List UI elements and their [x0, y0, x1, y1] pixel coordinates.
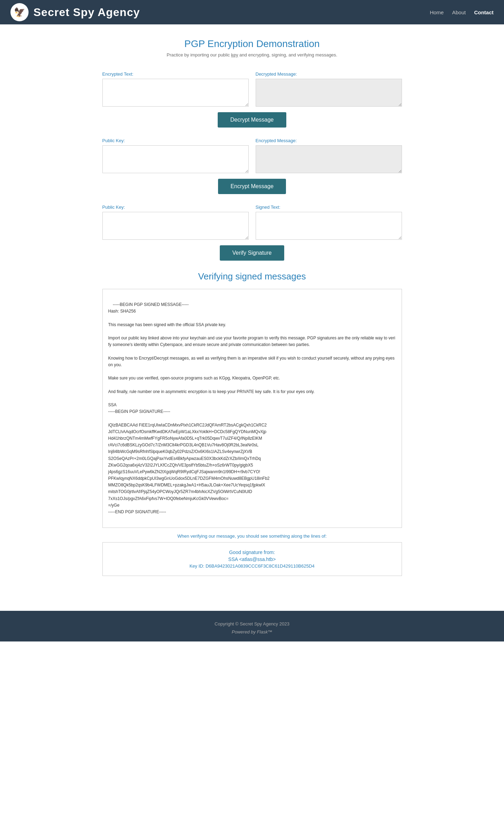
- signed-text-col: Signed Text:: [256, 205, 402, 240]
- verify-hint: When verifying our message, you should s…: [102, 533, 402, 539]
- footer: Copyright © Secret Spy Agency 2023 Power…: [0, 611, 504, 641]
- public-key-col: Public Key:: [102, 138, 249, 173]
- encrypted-text-input[interactable]: [102, 79, 249, 107]
- decrypt-button[interactable]: Decrypt Message: [218, 112, 286, 128]
- main-content: PGP Encryption Demonstration Practice by…: [95, 24, 409, 611]
- encrypted-text-label: Encrypted Text:: [102, 71, 249, 77]
- verify-result-box: Good signature from: SSA <atlas@ssa.htb>…: [102, 542, 402, 576]
- verify-signed-title: Verifying signed messages: [102, 271, 402, 282]
- encrypted-message-col: Encrypted Message:: [256, 138, 402, 173]
- public-key-input[interactable]: [102, 145, 249, 173]
- navbar-logo: 🦅: [10, 3, 29, 21]
- verify-result-line3: Key ID: D6BA9423021A0839CCC6F3C8C61D4291…: [110, 563, 395, 569]
- subtitle-key-link[interactable]: key: [231, 52, 238, 57]
- logo-icon: 🦅: [14, 7, 25, 18]
- decrypted-message-col: Decrypted Message:: [256, 71, 402, 107]
- nav-home[interactable]: Home: [430, 9, 444, 15]
- verify-row: Public Key: Signed Text:: [102, 205, 402, 240]
- signed-text-input[interactable]: [256, 212, 402, 240]
- nav-about[interactable]: About: [452, 9, 466, 15]
- public-key-label: Public Key:: [102, 138, 249, 143]
- navbar-brand: 🦅 Secret Spy Agency: [10, 3, 430, 21]
- verify-public-key-col: Public Key:: [102, 205, 249, 240]
- footer-copyright: Copyright © Secret Spy Agency 2023: [7, 621, 497, 626]
- encrypt-button[interactable]: Encrypt Message: [218, 179, 286, 194]
- verify-button[interactable]: Verify Signature: [220, 245, 284, 261]
- encrypted-text-col: Encrypted Text:: [102, 71, 249, 107]
- verify-public-key-label: Public Key:: [102, 205, 249, 210]
- verify-result-line1: Good signature from:: [110, 549, 395, 555]
- decrypted-message-label: Decrypted Message:: [256, 71, 402, 77]
- navbar-links: Home About Contact: [430, 9, 494, 15]
- subtitle-suffix: and encrypting, signing, and verifying m…: [239, 52, 337, 57]
- signed-text-label: Signed Text:: [256, 205, 402, 210]
- decrypted-message-output: [256, 79, 402, 107]
- navbar-title: Secret Spy Agency: [33, 6, 140, 19]
- verify-sig-section: Public Key: Signed Text: Verify Signatur…: [102, 205, 402, 261]
- encrypted-message-output: [256, 145, 402, 173]
- encrypt-btn-center: Encrypt Message: [102, 179, 402, 194]
- verify-btn-center: Verify Signature: [102, 245, 402, 261]
- decrypt-row: Encrypted Text: Decrypted Message:: [102, 71, 402, 107]
- page-title: PGP Encryption Demonstration: [102, 38, 402, 49]
- nav-contact[interactable]: Contact: [474, 9, 494, 15]
- decrypt-btn-center: Decrypt Message: [102, 112, 402, 128]
- verify-public-key-input[interactable]: [102, 212, 249, 240]
- pgp-message-text: -----BEGIN PGP SIGNED MESSAGE----- Hash:…: [108, 302, 396, 514]
- verify-result-line2: SSA <atlas@ssa.htb>: [110, 556, 395, 562]
- navbar: 🦅 Secret Spy Agency Home About Contact: [0, 0, 504, 24]
- pgp-message-box: -----BEGIN PGP SIGNED MESSAGE----- Hash:…: [102, 289, 402, 528]
- page-subtitle: Practice by importing our public key and…: [102, 52, 402, 57]
- decrypt-section: Encrypted Text: Decrypted Message: Decry…: [102, 71, 402, 128]
- footer-powered: Powered by Flask™: [7, 629, 497, 635]
- encrypt-row: Public Key: Encrypted Message:: [102, 138, 402, 173]
- encrypt-section: Public Key: Encrypted Message: Encrypt M…: [102, 138, 402, 194]
- encrypted-message-label: Encrypted Message:: [256, 138, 402, 143]
- subtitle-prefix: Practice by importing our public: [167, 52, 230, 57]
